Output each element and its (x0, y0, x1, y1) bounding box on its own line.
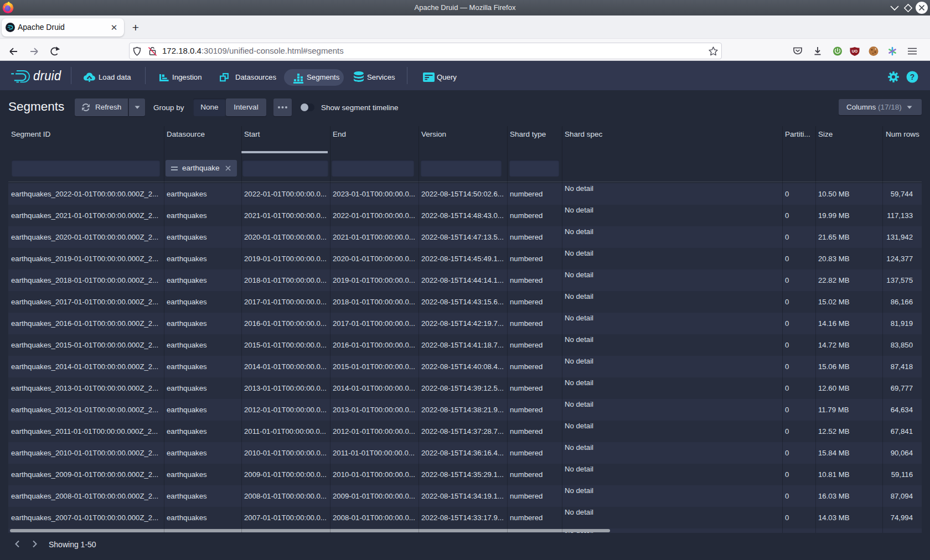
svg-text:UO: UO (852, 49, 858, 53)
svg-text:?: ? (910, 72, 915, 81)
